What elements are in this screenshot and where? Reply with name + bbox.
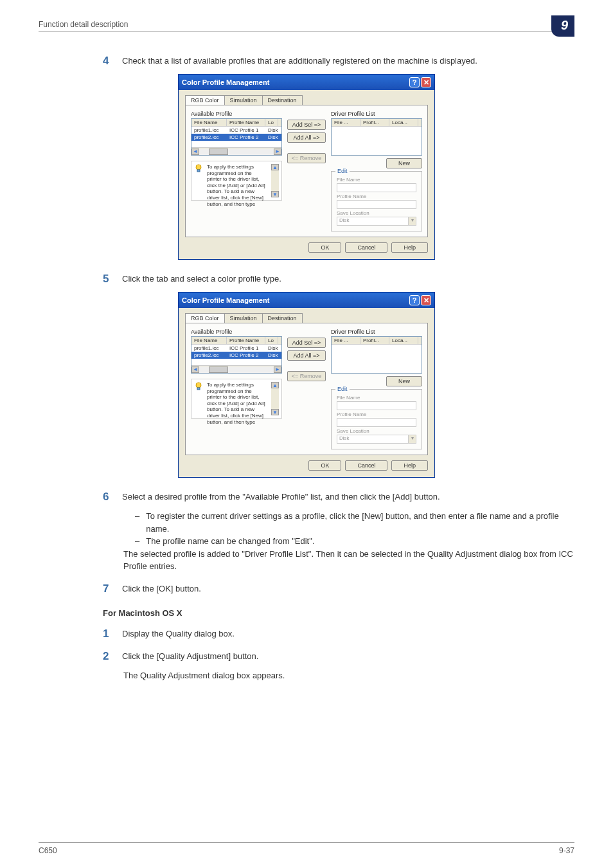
ok-button[interactable]: OK — [308, 242, 341, 253]
file-name-input[interactable] — [337, 183, 416, 192]
remove-button[interactable]: <= Remove — [287, 371, 326, 381]
file-name-input[interactable] — [337, 401, 416, 410]
chevron-down-icon: ▾ — [408, 217, 416, 225]
screenshot-1: Color Profile Management ? ✕ RGB Color S… — [39, 74, 574, 260]
new-button[interactable]: New — [386, 158, 422, 168]
save-location-select[interactable]: Disk ▾ — [337, 435, 416, 444]
list-item[interactable]: profile1.icc ICC Profile 1 Disk — [191, 345, 281, 352]
tab-simulation[interactable]: Simulation — [224, 313, 263, 323]
available-profile-list[interactable]: File Name Profile Name Lo profile1.icc I… — [191, 336, 282, 374]
cancel-button[interactable]: Cancel — [345, 242, 387, 253]
lightbulb-icon — [194, 164, 203, 197]
step-sub-text: To register the current driver settings … — [146, 510, 574, 535]
step-text: Click the [OK] button. — [122, 583, 574, 595]
scroll-down-icon[interactable]: ▼ — [271, 191, 279, 197]
edit-legend: Edit — [335, 386, 350, 392]
hint-text: To apply the settings programmed on the … — [207, 164, 267, 197]
step-number: 5 — [103, 273, 112, 285]
close-icon[interactable]: ✕ — [421, 77, 431, 87]
profile-name-input[interactable] — [337, 418, 416, 427]
file-name-label: File Name — [337, 177, 416, 183]
scroll-down-icon[interactable]: ▼ — [271, 409, 279, 415]
step-text: Click the [Quality Adjustment] button. — [122, 650, 574, 663]
scroll-right-icon[interactable]: ► — [274, 149, 281, 155]
profile-name-label: Profile Name — [337, 411, 416, 417]
add-sel-button[interactable]: Add Sel => — [287, 120, 326, 130]
dash-bullet: – — [135, 510, 139, 535]
step-number: 6 — [103, 491, 112, 503]
footer-model: C650 — [39, 846, 57, 855]
available-profile-label: Available Profile — [191, 329, 282, 335]
step-text: Display the Quality dialog box. — [122, 628, 574, 640]
ok-button[interactable]: OK — [308, 460, 341, 471]
step-sub-text: The profile name can be changed from "Ed… — [146, 535, 314, 548]
available-profile-list[interactable]: File Name Profile Name Lo profile1.icc I… — [191, 118, 282, 156]
available-profile-label: Available Profile — [191, 111, 282, 117]
tab-destination[interactable]: Destination — [262, 313, 303, 323]
add-sel-button[interactable]: Add Sel => — [287, 338, 326, 348]
svg-point-2 — [196, 383, 201, 388]
edit-legend: Edit — [335, 168, 350, 174]
section-label: Function detail description — [39, 20, 128, 32]
scroll-up-icon[interactable]: ▲ — [271, 382, 279, 388]
svg-rect-1 — [197, 170, 200, 172]
help-button[interactable]: Help — [391, 460, 428, 471]
driver-profile-list[interactable]: File ... Profil... Loca... — [331, 118, 422, 156]
driver-profile-list-label: Driver Profile List — [331, 111, 422, 117]
cancel-button[interactable]: Cancel — [345, 460, 387, 471]
add-all-button[interactable]: Add All => — [287, 132, 326, 143]
dialog-title: Color Profile Management — [182, 296, 408, 304]
help-icon[interactable]: ? — [409, 295, 420, 305]
profile-name-label: Profile Name — [337, 194, 416, 199]
tab-rgb-color[interactable]: RGB Color — [185, 95, 225, 105]
scroll-left-icon[interactable]: ◄ — [191, 366, 199, 373]
save-location-label: Save Location — [337, 210, 416, 216]
svg-point-0 — [196, 165, 201, 170]
driver-profile-list-label: Driver Profile List — [331, 329, 422, 335]
list-item[interactable]: profile1.icc ICC Profile 1 Disk — [191, 127, 281, 134]
help-button[interactable]: Help — [391, 242, 428, 253]
dash-bullet: – — [135, 535, 139, 548]
driver-profile-list[interactable]: File ... Profil... Loca... — [331, 336, 422, 374]
scroll-up-icon[interactable]: ▲ — [271, 164, 279, 170]
step-text: Check that a list of available profiles … — [122, 55, 574, 68]
step-text: Click the tab and select a color profile… — [122, 273, 574, 285]
mac-heading: For Macintosh OS X — [103, 608, 574, 618]
step-note: The selected profile is added to "Driver… — [123, 548, 574, 573]
profile-name-input[interactable] — [337, 200, 416, 209]
lightbulb-icon — [194, 382, 203, 415]
step-number: 1 — [103, 628, 112, 640]
scroll-right-icon[interactable]: ► — [274, 366, 281, 373]
chevron-down-icon: ▾ — [408, 435, 416, 443]
step-text: Select a desired profile from the "Avail… — [122, 491, 574, 503]
step-number: 4 — [103, 55, 112, 68]
list-item[interactable]: profile2.icc ICC Profile 2 Disk — [191, 134, 281, 141]
scroll-left-icon[interactable]: ◄ — [191, 149, 199, 155]
section-number-tab: 9 — [551, 15, 574, 37]
dialog-title: Color Profile Management — [182, 78, 408, 86]
save-location-label: Save Location — [337, 428, 416, 434]
step-number: 2 — [103, 650, 112, 663]
footer-page: 9-37 — [559, 846, 574, 855]
tab-rgb-color[interactable]: RGB Color — [185, 313, 225, 323]
remove-button[interactable]: <= Remove — [287, 153, 326, 163]
add-all-button[interactable]: Add All => — [287, 350, 326, 361]
step-note: The Quality Adjustment dialog box appear… — [123, 669, 574, 682]
help-icon[interactable]: ? — [409, 77, 420, 87]
close-icon[interactable]: ✕ — [421, 295, 431, 305]
tab-simulation[interactable]: Simulation — [224, 95, 263, 105]
screenshot-2: Color Profile Management ? ✕ RGB Color S… — [39, 292, 574, 478]
new-button[interactable]: New — [386, 376, 422, 386]
step-number: 7 — [103, 583, 112, 595]
svg-rect-3 — [197, 388, 200, 390]
hint-text: To apply the settings programmed on the … — [207, 382, 267, 415]
save-location-select[interactable]: Disk ▾ — [337, 217, 416, 226]
tab-destination[interactable]: Destination — [262, 95, 303, 105]
file-name-label: File Name — [337, 395, 416, 401]
list-item[interactable]: profile2.icc ICC Profile 2 Disk — [191, 352, 281, 359]
